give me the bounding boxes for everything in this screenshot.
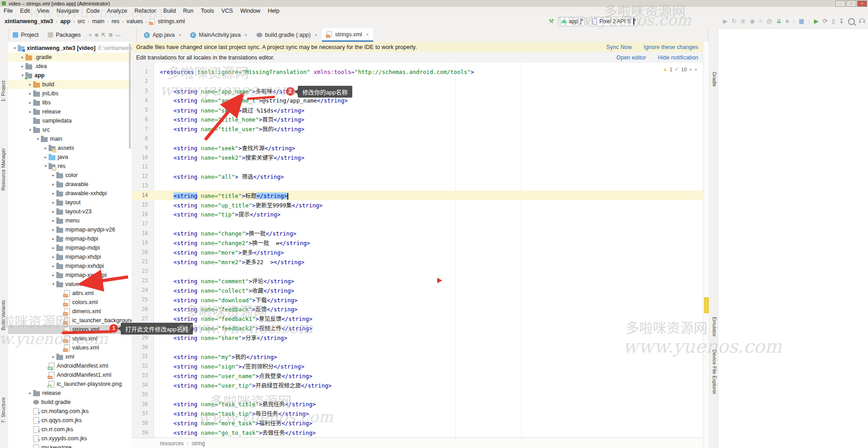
instant-run-icon[interactable]: ⇊ (776, 18, 781, 25)
code-line[interactable]: 33 <string name="user_name">点我登录</string… (132, 371, 703, 380)
chevron-down-icon[interactable]: ˅ (89, 32, 92, 38)
code-line[interactable]: 15 <string name="up_title">更新至9999集</str… (132, 200, 703, 210)
tree-item-build-gradle[interactable]: build.gradle (8, 398, 132, 407)
tree-closed-chevron-icon[interactable]: ▸ (50, 264, 56, 268)
code-line[interactable]: 29 <string name="share">分享</string> (132, 333, 703, 342)
coverage-icon[interactable]: ◉ (750, 18, 755, 25)
ignore-changes-link[interactable]: Ignore these changes (644, 44, 698, 50)
code-line[interactable]: 26 <string name="feedback">反馈</string> (132, 305, 703, 314)
tree-item-cn-rr-com-jks[interactable]: cn.rr.com.jks (8, 425, 132, 434)
tree-item-values[interactable]: ▾values (8, 280, 132, 289)
tree-item-res[interactable]: ▾res (8, 162, 132, 171)
tree-closed-chevron-icon[interactable]: ▸ (50, 200, 56, 205)
profiler-icon[interactable]: ≣ (740, 18, 745, 25)
tree-item-my-keystore[interactable]: my.keystore (8, 443, 132, 448)
device-manager-icon[interactable]: ▯ (832, 18, 835, 25)
tree-closed-chevron-icon[interactable]: ▸ (50, 182, 56, 187)
tree-item-build[interactable]: ▸build (8, 80, 132, 89)
tree-closed-chevron-icon[interactable]: ▸ (50, 273, 56, 277)
menu-refactor[interactable]: Refactor (131, 8, 159, 14)
tool-strip-emulator[interactable]: Emulator (710, 317, 717, 347)
maximize-button[interactable]: □ (846, 0, 856, 7)
code-editor[interactable]: ▲ 1 ✓ 10 ∧ ∨ 1<resources tools:ignore="M… (132, 63, 703, 438)
code-line[interactable]: 1<resources tools:ignore="MissingTransla… (132, 67, 703, 77)
tool-strip-resource-manager[interactable]: Resource Manager (0, 137, 8, 191)
breadcrumb-xintianweng_xtw3[interactable]: xintianweng_xtw3 (4, 18, 54, 25)
breadcrumb-string[interactable]: string (192, 440, 205, 447)
tree-item-mipmap-mdpi[interactable]: ▸mipmap-mdpi (8, 243, 132, 252)
tree-item-layout[interactable]: ▸layout (8, 198, 132, 207)
tree-closed-chevron-icon[interactable]: ▸ (50, 173, 56, 177)
code-line[interactable]: 27 <string name="feedback1">意见反馈</string… (132, 314, 703, 323)
code-line[interactable]: 22 (132, 266, 703, 276)
tree-item-xintianweng-xtw3-video-[interactable]: ▾xintianweng_xtw3 [video]E:\xintianweng_… (8, 44, 132, 53)
menu-code[interactable]: Code (83, 8, 104, 14)
tree-closed-chevron-icon[interactable]: ▸ (20, 55, 25, 59)
tree-closed-chevron-icon[interactable]: ▸ (20, 64, 25, 69)
tree-item-java[interactable]: ▸java (8, 153, 132, 162)
menu-navigate[interactable]: Navigate (53, 8, 83, 14)
code-line[interactable]: 35 (132, 390, 703, 399)
editor-scrollbar[interactable] (703, 42, 709, 448)
tree-closed-chevron-icon[interactable]: ▸ (50, 209, 56, 214)
tree-item-color[interactable]: ▸color (8, 171, 132, 180)
tree-item-app[interactable]: ▾app (8, 71, 132, 80)
tree-item-mipmap-xxhdpi[interactable]: ▸mipmap-xxhdpi (8, 261, 132, 271)
stop-icon[interactable]: ■ (785, 18, 789, 25)
locate-icon[interactable]: ⊕ (94, 32, 99, 38)
tree-item-androidmanifest-xml[interactable]: AndroidManifest.xml (8, 361, 132, 370)
tree-item-src[interactable]: ▾src (8, 125, 132, 134)
avatar[interactable] (859, 18, 865, 25)
code-line[interactable]: 18 <string name="change">换一批</string> (132, 228, 703, 238)
tree-item-release[interactable]: ▸release (8, 389, 132, 398)
tree-closed-chevron-icon[interactable]: ▸ (50, 218, 56, 223)
tree-closed-chevron-icon[interactable]: ▸ (50, 191, 56, 196)
code-line[interactable]: 12 <string name="all"> 筛选</string> (132, 172, 703, 181)
menu-run[interactable]: Run (179, 8, 197, 14)
code-line[interactable]: 4 <string name="app_name_t">@string/app_… (132, 96, 703, 105)
close-icon[interactable]: × (314, 32, 317, 38)
tab-app-java[interactable]: CApp.java× (139, 28, 186, 42)
tree-item-cn-qqys-com-jks[interactable]: cn.qqys.com.jks (8, 416, 132, 425)
tree-item-values-xml[interactable]: values.xml (8, 343, 132, 352)
tree-closed-chevron-icon[interactable]: ▸ (43, 155, 49, 159)
tree-closed-chevron-icon[interactable]: ▸ (50, 227, 56, 232)
tree-closed-chevron-icon[interactable]: ▸ (50, 236, 56, 241)
run-icon[interactable]: ▶ (723, 18, 728, 25)
run-on-device-icon[interactable]: ▶ (814, 18, 819, 25)
collapse-all-icon[interactable]: ⇱ (101, 32, 105, 38)
tree-item-cn-xyyyds-com-jks[interactable]: cn.xyyyds.com.jks (8, 434, 132, 443)
menu-tools[interactable]: Tools (197, 8, 217, 14)
code-line[interactable]: 2 (132, 77, 703, 86)
device-select[interactable]: Pixel 2 API S ▼ (589, 17, 637, 26)
code-line[interactable]: 32 <string name="sign">√签到领积分</string> (132, 361, 703, 371)
tool-strip-device-file-explorer[interactable]: Device File Explorer (710, 350, 717, 409)
tree-item-mipmap-anydpi-v26[interactable]: ▸mipmap-anydpi-v26 (8, 225, 132, 234)
tree-item-assets[interactable]: ▸assets (8, 143, 132, 153)
menu-analyze[interactable]: Analyze (104, 8, 131, 14)
code-line[interactable]: 5 <string name="skip">跳过 %1$ds</string> (132, 105, 703, 115)
close-icon[interactable]: × (178, 32, 181, 38)
breadcrumb-strings.xml[interactable]: strings.xml (157, 18, 186, 25)
tool-strip-build-variants[interactable]: Build Variants (0, 281, 8, 330)
tab-mainactivity-java[interactable]: CMainActivity.java× (186, 28, 252, 42)
code-line[interactable]: 36 <string name="task_title">悬赏任务</strin… (132, 399, 703, 409)
code-line[interactable]: 14 <string name="title">标题</string> (132, 191, 703, 200)
tool-strip-gradle[interactable]: Gradle (710, 72, 717, 99)
sync-gradle-icon[interactable]: ⟳ (823, 18, 828, 25)
code-line[interactable]: 19 <string name="change2">换一批 ⇄</string> (132, 238, 703, 247)
build-hammer-icon[interactable]: ⚒ (548, 18, 554, 25)
tree-item-main[interactable]: ▾main (8, 134, 132, 143)
code-line[interactable]: 17 (132, 219, 703, 228)
hide-icon[interactable]: — (116, 32, 121, 38)
menu-file[interactable]: File (0, 8, 16, 14)
tool-strip-2-favorites[interactable]: 2: Favorites (0, 432, 8, 448)
tree-closed-chevron-icon[interactable]: ▸ (27, 91, 33, 96)
code-line[interactable]: 7 <string name="title_user">我的</string> (132, 124, 703, 133)
code-line[interactable]: 30 (132, 342, 703, 352)
code-line[interactable]: 16 <string name="tip">提示</string> (132, 210, 703, 219)
tree-item-ic-launcher-playstore-png[interactable]: ic_launcher-playstore.png (8, 379, 132, 389)
tree-item-mipmap-hdpi[interactable]: ▸mipmap-hdpi (8, 234, 132, 243)
tree-item-mipmap-xhdpi[interactable]: ▸mipmap-xhdpi (8, 252, 132, 261)
tree-closed-chevron-icon[interactable]: ▸ (43, 146, 49, 150)
